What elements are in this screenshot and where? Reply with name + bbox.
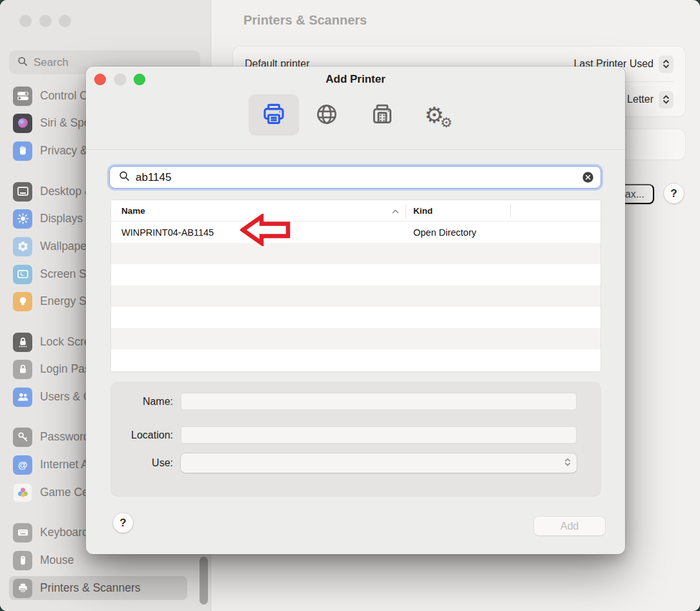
tab-network-printer[interactable]: [302, 94, 352, 136]
mouse-icon: [13, 551, 32, 570]
name-field[interactable]: [181, 393, 577, 410]
page-title: Printers & Scanners: [243, 13, 367, 28]
divider: [86, 149, 625, 150]
sidebar-item-label: Printers & Scanners: [40, 581, 141, 595]
users-groups-icon: [13, 388, 32, 407]
passwords-key-icon: [13, 428, 32, 447]
form-row-name: Name:: [111, 393, 601, 410]
screen-saver-icon: [13, 265, 32, 284]
chevron-up-down-icon: [659, 56, 674, 73]
sort-ascending-icon: [392, 206, 406, 216]
empty-row: [111, 264, 601, 285]
energy-bulb-icon: [13, 292, 32, 311]
privacy-hand-icon: [13, 141, 32, 161]
location-field[interactable]: [181, 426, 577, 444]
advanced-gears-icon: ⚙⚙: [424, 104, 451, 126]
table-header: Name Kind: [111, 200, 601, 222]
default-printer-icon: [261, 101, 287, 129]
search-icon: [119, 171, 130, 184]
sidebar-item-label: Displays: [40, 212, 83, 225]
sidebar-scrollbar-thumb[interactable]: [200, 557, 208, 605]
lock-screen-icon: [13, 333, 32, 352]
form-row-use: Use:: [111, 453, 601, 473]
dialog-help-button[interactable]: ?: [113, 513, 133, 533]
wallpaper-flower-icon: [13, 237, 32, 256]
annotation-arrow-left: [240, 214, 291, 246]
tab-advanced[interactable]: ⚙⚙: [413, 94, 463, 136]
dialog-title: Add Printer: [86, 73, 625, 86]
name-label: Name:: [111, 396, 181, 408]
tab-ip-printer[interactable]: [357, 94, 407, 136]
add-printer-dialog: Add Printer ⚙⚙: [86, 67, 625, 554]
displays-sun-icon: [13, 209, 32, 229]
game-center-icon: [13, 483, 32, 502]
search-icon: [17, 56, 28, 69]
internet-at-icon: @: [13, 455, 32, 475]
form-row-location: Location:: [111, 426, 601, 444]
empty-row: [111, 285, 601, 307]
sidebar-item-printers-scanners[interactable]: Printers & Scanners: [9, 576, 187, 600]
screen: Control Center Siri & Spotlight Privacy …: [0, 0, 700, 611]
minimize-window-button[interactable]: [39, 15, 52, 27]
sidebar-item-label: Wallpaper: [40, 240, 90, 253]
chevron-up-down-icon: [659, 91, 674, 109]
help-button[interactable]: ?: [664, 183, 684, 203]
empty-row: [111, 307, 601, 328]
printer-search-field[interactable]: [109, 166, 601, 189]
printer-details-form: Name: Location: Use:: [111, 382, 601, 496]
chevron-up-down-icon: [564, 457, 571, 470]
location-label: Location:: [111, 430, 181, 441]
printer-icon: [13, 579, 32, 598]
use-select[interactable]: [181, 453, 577, 473]
control-center-icon: [13, 87, 32, 106]
printer-search-input[interactable]: [136, 171, 576, 184]
close-window-button[interactable]: [19, 15, 32, 27]
table-row-printer[interactable]: WINPRINT04-AB1145 Open Directory: [111, 222, 601, 243]
network-globe-icon: [314, 102, 339, 129]
ip-printer-icon: [370, 102, 395, 129]
column-header-kind[interactable]: Kind: [406, 206, 510, 216]
empty-row: [111, 243, 601, 264]
tab-default-printer[interactable]: [249, 94, 299, 136]
column-divider: [510, 204, 511, 218]
printer-kind-cell: Open Directory: [406, 227, 510, 238]
keyboard-icon: [13, 523, 32, 543]
siri-icon: [13, 114, 32, 133]
printer-results-table: Name Kind WINPRINT04-AB1145 Open Directo…: [111, 200, 601, 371]
clear-search-button[interactable]: [582, 171, 594, 183]
desktop-dock-icon: [13, 182, 32, 202]
login-padlock-icon: [13, 360, 32, 379]
sidebar-item-label: Keyboard: [40, 526, 88, 539]
empty-row: [111, 349, 601, 371]
empty-row: [111, 328, 601, 349]
column-divider: [406, 204, 406, 218]
zoom-window-button[interactable]: [59, 15, 71, 27]
sidebar-item-label: Mouse: [40, 554, 74, 567]
use-label: Use:: [111, 457, 181, 469]
add-button[interactable]: Add: [534, 517, 605, 535]
